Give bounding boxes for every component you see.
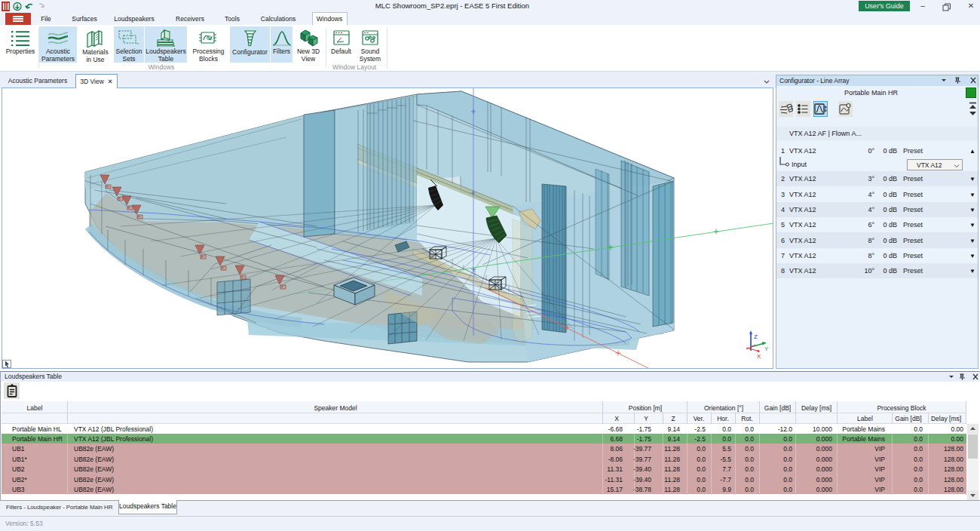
svg-text:X: X — [757, 353, 761, 360]
svg-text:Z: Z — [754, 333, 758, 340]
svg-text:Y: Y — [764, 345, 769, 352]
